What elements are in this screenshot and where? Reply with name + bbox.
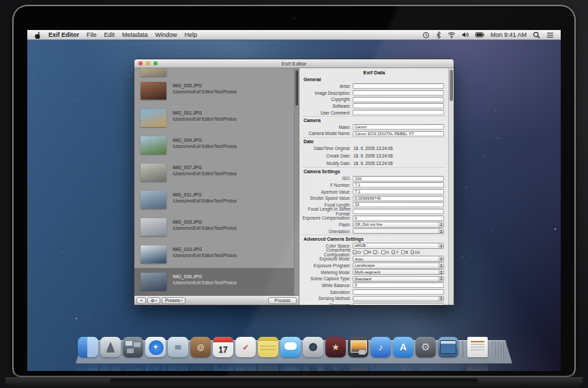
scene-capture-type-select[interactable]: Standard [353, 276, 444, 282]
reminders-icon[interactable]: ✓ [235, 337, 256, 357]
list-item[interactable] [134, 68, 294, 77]
menu-window[interactable]: Window [156, 31, 177, 38]
checkbox-cb[interactable]: ✓ [411, 250, 415, 254]
volume-icon[interactable] [462, 31, 469, 38]
checkbox-blank[interactable]: ✓ [373, 250, 377, 254]
wifi-icon[interactable] [447, 31, 456, 38]
photo-thumbnail [141, 218, 166, 236]
metering-mode-select[interactable]: Multi-segment [353, 269, 444, 275]
exif-row: Flash:Off, Did not fire [302, 222, 446, 228]
color-space-select[interactable]: sRGB [353, 243, 444, 249]
bluetooth-icon[interactable] [436, 31, 441, 39]
exposure-mode-select[interactable]: Auto [353, 256, 444, 262]
launchpad-icon[interactable] [100, 337, 121, 357]
checkbox-y[interactable]: ✓ [392, 250, 396, 254]
star [104, 269, 104, 269]
exposure-compensation-field[interactable]: 0 [353, 215, 444, 221]
list-item[interactable]: IMG_007.JPG/Users/mn/Exif Editor/Test/Ph… [134, 159, 294, 186]
app-store-icon[interactable]: A [393, 337, 413, 357]
sharpness-field[interactable] [353, 303, 444, 305]
image-description-field[interactable] [353, 90, 444, 95]
iso-field[interactable]: 100 [353, 176, 444, 181]
list-item[interactable]: IMG_010.JPG/Users/mn/Exif Editor/Test/Ph… [134, 241, 294, 268]
scrollbar-thumb[interactable] [295, 70, 298, 106]
gear-menu-button[interactable]: ⚙▾ [147, 297, 160, 304]
itunes-icon[interactable]: ♪ [370, 337, 391, 357]
star [74, 100, 75, 100]
menu-bar-clock[interactable]: Mon 9:41 AM [490, 31, 527, 38]
safari-icon[interactable]: ✦ [145, 337, 166, 357]
photo-filename: IMG_007.JPG [173, 165, 237, 170]
exif-row: Copyright: [302, 96, 446, 103]
orientation-select[interactable] [353, 228, 444, 235]
list-item[interactable]: IMG_005.JPG/Users/mn/Exif Editor/Test/Ph… [134, 77, 294, 104]
spotlight-icon[interactable] [533, 31, 540, 39]
mail-icon[interactable]: ✉ [168, 337, 188, 357]
exif-scrollbar[interactable] [448, 68, 454, 305]
photo-list-scrollbar[interactable] [294, 68, 299, 295]
checkbox-b[interactable] [401, 250, 405, 254]
focal-length-in-35mm-format-field[interactable] [353, 209, 444, 214]
list-item[interactable]: IMG_004.JPG/Users/mn/Exif Editor/Test/Ph… [134, 132, 294, 159]
exif-data-pane: Exif Data GeneralArtist:Image Descriptio… [299, 68, 454, 305]
copyright-field[interactable] [353, 97, 444, 102]
process-button[interactable]: Process [268, 297, 297, 304]
trash-icon[interactable] [490, 337, 510, 357]
checkbox-g[interactable] [381, 250, 385, 254]
dock-icons: ✦✉@17✓★♪A⚙ [78, 337, 510, 357]
notes-icon[interactable] [258, 337, 278, 357]
checkbox-cr[interactable]: ✓ [353, 250, 357, 254]
list-toolbar: + ⚙▾ Presets▾ Process [134, 295, 299, 305]
contacts-icon[interactable]: @ [190, 337, 211, 357]
time-machine-icon[interactable] [422, 31, 430, 39]
document-icon[interactable] [467, 337, 488, 357]
f-number-field[interactable]: 7,1 [353, 182, 444, 188]
shutter-speed-value-field[interactable]: 0.0099999745 [353, 196, 444, 201]
apple-menu[interactable] [34, 31, 41, 39]
imovie-icon[interactable]: ★ [325, 337, 346, 357]
checkbox-r[interactable] [364, 250, 368, 254]
list-item[interactable]: IMG_003.JPG/Users/mn/Exif Editor/Test/Ph… [134, 213, 294, 241]
battery-icon[interactable] [475, 32, 484, 38]
menu-file[interactable]: File [87, 31, 97, 38]
list-item[interactable]: IMG_011.JPG/Users/mn/Exif Editor/Test/Ph… [134, 186, 294, 213]
saturation-field[interactable] [353, 289, 444, 295]
exif-row: Orientation: [302, 228, 446, 235]
photo-list: IMG_005.JPG/Users/mn/Exif Editor/Test/Ph… [134, 68, 294, 295]
window-title-bar[interactable]: Exif Editor [134, 59, 454, 68]
menu-help[interactable]: Help [185, 31, 198, 38]
presets-button[interactable]: Presets▾ [162, 297, 186, 304]
calendar-icon[interactable]: 17 [213, 337, 233, 357]
aperture-value-field[interactable]: 7,1 [353, 189, 444, 194]
sensing-method-select[interactable] [353, 296, 444, 302]
camera-model-name-field[interactable]: Canon EOS DIGITAL REBEL XT [353, 131, 444, 136]
focal-length-field[interactable]: 33 [353, 202, 444, 207]
facetime-icon[interactable] [303, 337, 323, 357]
star [34, 76, 35, 76]
mission-control-icon[interactable] [123, 337, 143, 357]
list-item[interactable]: IMG_001.JPG/Users/mn/Exif Editor/Test/Ph… [134, 104, 294, 132]
exif-editor-icon[interactable] [438, 337, 458, 357]
notification-center-icon[interactable] [546, 32, 554, 38]
section-title: General [304, 77, 446, 82]
user-comment-field[interactable] [353, 110, 444, 115]
artist-field[interactable] [353, 83, 444, 89]
software-field[interactable] [353, 103, 444, 108]
menu-metadata[interactable]: Metadata [122, 31, 148, 38]
create-date-value: 18. 9. 2005 13:24:06 [353, 153, 393, 158]
dock: ✦✉@17✓★♪A⚙ ✦✉@17✓★♪A⚙ [27, 340, 561, 371]
menu-exif-editor[interactable]: Exif Editor [48, 31, 79, 38]
menu-edit[interactable]: Edit [104, 31, 115, 38]
white-balance-field[interactable]: 0 [353, 282, 444, 288]
iphoto-icon[interactable] [348, 337, 368, 357]
exposure-program-select[interactable]: Landscape [353, 263, 444, 269]
finder-icon[interactable] [78, 337, 98, 357]
make-field[interactable]: Canon [353, 124, 444, 130]
list-item[interactable]: IMG_006.JPG/Users/mn/Exif Editor/Test/Ph… [134, 268, 294, 295]
add-photo-button[interactable]: + [136, 297, 146, 304]
scrollbar-thumb[interactable] [450, 70, 453, 101]
system-preferences-icon[interactable]: ⚙ [415, 337, 436, 357]
flash-select[interactable]: Off, Did not fire [353, 222, 444, 228]
messages-icon[interactable] [280, 337, 301, 357]
checkbox-label: R [368, 250, 371, 254]
